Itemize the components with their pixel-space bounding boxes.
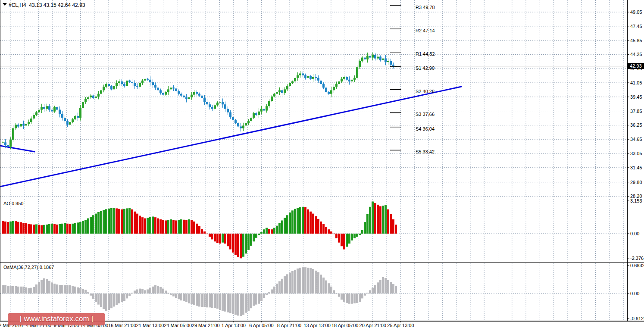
osma-bar — [72, 286, 74, 294]
candle-body — [126, 81, 128, 86]
osma-bar — [149, 288, 151, 294]
chart-canvas[interactable] — [0, 0, 644, 331]
candle-body — [263, 109, 265, 110]
osma-bar — [35, 284, 38, 294]
osma-bar — [51, 282, 53, 294]
ao-bar — [271, 229, 273, 234]
candle-body — [167, 89, 169, 92]
candle-body — [172, 87, 175, 88]
ao-bar — [56, 225, 58, 234]
osma-bar — [320, 275, 322, 294]
osma-bar — [260, 294, 263, 301]
osma-bar — [159, 287, 162, 294]
osma-bar — [59, 285, 61, 294]
osma-bar — [15, 286, 17, 294]
osma-bar — [302, 267, 304, 294]
ao-bar — [41, 225, 43, 234]
candle-body — [232, 117, 234, 120]
ao-bar — [266, 228, 268, 234]
candle-body — [108, 84, 110, 86]
osma-bar — [12, 286, 14, 294]
ao-bar — [59, 224, 61, 234]
osma-bar — [304, 267, 306, 294]
candle-body — [258, 112, 260, 115]
osma-bar — [356, 294, 358, 303]
osma-bar — [250, 294, 252, 308]
ao-bar — [255, 234, 257, 238]
ao-bar — [48, 224, 50, 234]
candle-body — [325, 87, 327, 92]
osma-bar — [108, 294, 110, 310]
ao-bar — [222, 234, 224, 243]
ao-bar — [193, 222, 195, 234]
candle-body — [128, 81, 131, 82]
candle-body — [157, 87, 159, 90]
ao-bar — [304, 207, 306, 234]
ao-bar — [390, 214, 392, 234]
ao-bar — [216, 234, 219, 243]
candle-body — [77, 116, 79, 118]
osma-bar — [385, 278, 387, 294]
ao-bar — [77, 222, 79, 234]
osma-bar — [387, 280, 389, 294]
candle-body — [25, 124, 27, 125]
osma-bar — [247, 294, 250, 311]
osma-bar — [346, 294, 348, 303]
candle-body — [33, 115, 35, 119]
osma-bar — [353, 294, 356, 303]
osma-bar — [234, 294, 237, 315]
ao-bar — [247, 234, 250, 250]
ao-bar — [123, 209, 125, 234]
osma-bar — [366, 293, 369, 294]
ao-bar — [53, 224, 56, 234]
ao-bar — [134, 212, 136, 234]
candle-body — [390, 61, 392, 65]
ao-bar — [315, 216, 317, 234]
ao-bar — [291, 210, 294, 234]
candle-body — [372, 55, 374, 57]
candle-body — [136, 86, 138, 87]
candle-body — [276, 92, 278, 94]
ao-bar — [116, 208, 118, 234]
candle-body — [307, 76, 309, 78]
ao-bar — [387, 209, 389, 234]
ao-bar — [7, 222, 9, 234]
ao-bar — [276, 226, 278, 234]
ao-bar — [43, 225, 45, 234]
candle-body — [90, 96, 92, 97]
osma-bar — [74, 287, 76, 294]
osma-bar — [116, 294, 118, 305]
candle-body — [147, 79, 149, 80]
osma-bar — [330, 287, 332, 294]
ao-bar — [232, 234, 234, 253]
osma-bar — [211, 294, 213, 308]
ao-bar — [240, 234, 242, 258]
ao-bar — [307, 209, 309, 234]
candle-body — [237, 123, 239, 126]
candle-body — [304, 75, 306, 78]
candle-body — [361, 58, 363, 61]
ao-bar — [162, 220, 164, 234]
candle-body — [387, 61, 389, 62]
ao-bar — [35, 225, 38, 234]
symbol-dropdown-icon[interactable] — [3, 3, 7, 6]
osma-bar — [263, 294, 265, 298]
candle-body — [105, 84, 107, 87]
candle-body — [116, 83, 118, 86]
candle-body — [82, 102, 84, 108]
candle-body — [20, 124, 22, 126]
ao-bar — [15, 221, 17, 234]
osma-bar — [103, 294, 105, 309]
ao-bar — [22, 223, 25, 234]
osma-bar — [312, 269, 314, 294]
ao-bar — [348, 234, 350, 244]
osma-bar — [172, 294, 175, 297]
ao-bar — [317, 219, 319, 234]
candle-body — [343, 77, 345, 79]
ao-bar — [95, 214, 97, 234]
candle-body — [353, 78, 356, 80]
candle-body — [291, 81, 294, 83]
candle-body — [359, 61, 361, 67]
ao-bar — [159, 219, 162, 234]
ao-bar — [61, 224, 63, 234]
